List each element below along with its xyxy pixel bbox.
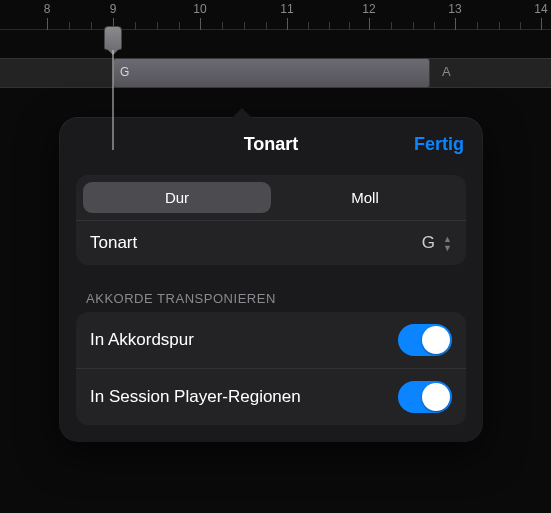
ruler-tick <box>329 22 330 30</box>
ruler-number: 9 <box>110 2 117 16</box>
ruler-tick <box>266 22 267 30</box>
switch-knob-icon <box>422 326 450 354</box>
key-popover: Tonart Fertig Dur Moll Tonart G ▲▼ AKKOR… <box>60 118 482 441</box>
ruler-number: 11 <box>280 2 293 16</box>
popover-header: Tonart Fertig <box>60 118 482 169</box>
ruler-tick <box>455 18 456 30</box>
ruler-number: 13 <box>448 2 461 16</box>
stepper-chevrons-icon: ▲▼ <box>443 235 452 252</box>
transpose-label: In Akkordspur <box>90 330 194 350</box>
transpose-header: AKKORDE TRANSPONIEREN <box>86 291 456 306</box>
transpose-row-sessionplayer: In Session Player-Regionen <box>76 368 466 425</box>
ruler-number: 14 <box>534 2 547 16</box>
track-lane[interactable]: G A <box>0 30 551 110</box>
ruler-tick <box>369 18 370 30</box>
key-region[interactable]: G <box>113 58 430 88</box>
switch-knob-icon <box>422 383 450 411</box>
segment-minor[interactable]: Moll <box>271 182 459 213</box>
ruler-tick <box>244 22 245 30</box>
playhead[interactable] <box>113 26 131 50</box>
ruler-tick <box>477 22 478 30</box>
segment-major[interactable]: Dur <box>83 182 271 213</box>
timeline-ruler[interactable]: 8 9 10 11 12 13 14 <box>0 0 551 30</box>
playhead-line <box>113 50 114 150</box>
ruler-tick <box>499 22 500 30</box>
ruler-tick <box>47 18 48 30</box>
ruler-number: 12 <box>362 2 375 16</box>
chordtrack-toggle[interactable] <box>398 324 452 356</box>
ruler-tick <box>520 22 521 30</box>
done-button[interactable]: Fertig <box>414 134 464 155</box>
key-value-text: G <box>422 233 435 253</box>
ruler-tick <box>308 22 309 30</box>
key-picker-row[interactable]: Tonart G ▲▼ <box>76 220 466 265</box>
ruler-tick <box>91 22 92 30</box>
ruler-tick <box>413 22 414 30</box>
ruler-tick <box>69 22 70 30</box>
ruler-tick <box>200 18 201 30</box>
transpose-label: In Session Player-Regionen <box>90 387 301 407</box>
ruler-tick <box>541 18 542 30</box>
key-section: Dur Moll Tonart G ▲▼ <box>76 175 466 265</box>
ruler-tick <box>135 22 136 30</box>
region-label: G <box>120 65 129 79</box>
transpose-row-chordtrack: In Akkordspur <box>76 312 466 368</box>
playhead-handle-icon[interactable] <box>104 26 122 50</box>
ruler-tick <box>287 18 288 30</box>
ruler-tick <box>391 22 392 30</box>
transpose-section: In Akkordspur In Session Player-Regionen <box>76 312 466 425</box>
ruler-tick <box>434 22 435 30</box>
major-minor-segmented: Dur Moll <box>76 175 466 220</box>
ruler-tick <box>157 22 158 30</box>
key-label: Tonart <box>90 233 137 253</box>
sessionplayer-toggle[interactable] <box>398 381 452 413</box>
ruler-tick <box>222 22 223 30</box>
key-value: G ▲▼ <box>422 233 452 253</box>
ruler-number: 10 <box>193 2 206 16</box>
ruler-tick <box>349 22 350 30</box>
next-region-label: A <box>442 64 451 79</box>
ruler-number: 8 <box>44 2 51 16</box>
ruler-tick <box>179 22 180 30</box>
